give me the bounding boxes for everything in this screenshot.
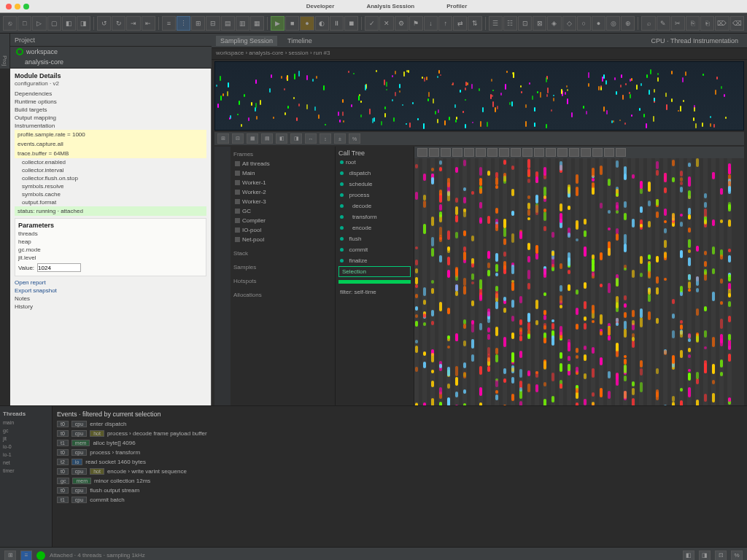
- viz-tool-10[interactable]: [534, 148, 544, 157]
- calltree-row-6[interactable]: encode: [338, 222, 411, 233]
- inspector-item-1[interactable]: Main: [233, 168, 332, 178]
- timeline-tool-7[interactable]: ↕: [320, 133, 331, 144]
- status-btn-left-1[interactable]: ≡: [20, 551, 32, 561]
- inspector-section-1[interactable]: Samples: [233, 262, 332, 272]
- tab-timeline[interactable]: Timeline: [283, 36, 317, 46]
- toolbar-btn-3-2[interactable]: ●: [300, 16, 314, 31]
- viz-tool-8[interactable]: [511, 148, 521, 157]
- close-window-icon[interactable]: [6, 4, 12, 9]
- tab-session[interactable]: Sampling Session: [216, 36, 277, 46]
- doc-entry-input[interactable]: [37, 263, 81, 272]
- calltree-row-4[interactable]: decode: [338, 201, 411, 211]
- toolbar-btn-5-3[interactable]: ⊠: [533, 16, 546, 31]
- toolbar-btn-5-2[interactable]: ⊡: [518, 16, 532, 31]
- inspector-section-3[interactable]: Allocations: [233, 290, 332, 300]
- toolbar-btn-6-6[interactable]: ⌫: [730, 16, 744, 31]
- inspector-section-0[interactable]: Stack: [233, 249, 332, 258]
- calltree-row-8[interactable]: commit: [338, 244, 411, 255]
- viz-tool-11[interactable]: [546, 148, 556, 157]
- event-row-6[interactable]: gcmemminor collection 12ms: [57, 476, 743, 486]
- status-btn-right-2[interactable]: ⊡: [715, 551, 727, 561]
- calltree-row-0[interactable]: root: [338, 157, 411, 168]
- toolbar-btn-0-2[interactable]: ▷: [32, 16, 46, 31]
- viz-tool-15[interactable]: [592, 148, 603, 157]
- toolbar-btn-0-0[interactable]: ⎋: [3, 16, 17, 31]
- viz-tool-9[interactable]: [522, 148, 533, 157]
- timeline-tool-5[interactable]: ◨: [290, 133, 302, 144]
- thread-row-3[interactable]: io-0: [3, 443, 49, 451]
- toolbar-btn-4-6[interactable]: ⇄: [453, 16, 467, 31]
- timeline-tool-0[interactable]: ⊞: [217, 133, 229, 144]
- event-row-7[interactable]: t0cpuflush output stream: [57, 486, 743, 495]
- status-btn-left-2[interactable]: [36, 551, 45, 560]
- toolbar-btn-2-2[interactable]: ⊞: [191, 16, 205, 31]
- timeline-tool-8[interactable]: ±: [334, 133, 346, 144]
- toolbar-btn-5-5[interactable]: ◇: [562, 16, 576, 31]
- viz-tool-5[interactable]: [476, 148, 486, 157]
- viz-tool-14[interactable]: [581, 148, 591, 157]
- toolbar-btn-2-4[interactable]: ▤: [221, 16, 235, 31]
- viz-tool-4[interactable]: [464, 148, 474, 157]
- viz-tool-17[interactable]: [616, 148, 626, 157]
- calltree-filter[interactable]: filter: self-time: [338, 287, 411, 298]
- toolbar-btn-4-7[interactable]: ⇅: [468, 16, 481, 31]
- event-row-3[interactable]: t0cpuprocess › transform: [57, 448, 743, 457]
- toolbar-btn-3-3[interactable]: ◐: [315, 16, 329, 31]
- toolbar-btn-4-2[interactable]: ⚙: [395, 16, 409, 31]
- toolstrip-project[interactable]: Proj: [1, 55, 8, 66]
- toolbar-btn-1-3[interactable]: ⇤: [142, 16, 155, 31]
- inspector-item-2[interactable]: Worker-1: [233, 178, 332, 187]
- viz-tool-7[interactable]: [499, 148, 509, 157]
- toolbar-btn-2-6[interactable]: ▦: [250, 16, 264, 31]
- sidebar-root[interactable]: workspace: [10, 47, 212, 57]
- toolbar-btn-6-3[interactable]: ⎘: [686, 16, 700, 31]
- toolbar-btn-4-5[interactable]: ↑: [438, 16, 452, 31]
- toolbar-btn-2-1[interactable]: ⋮: [177, 16, 190, 31]
- toolbar-btn-0-1[interactable]: □: [18, 16, 31, 31]
- toolbar-btn-5-1[interactable]: ☷: [503, 16, 517, 31]
- toolbar-btn-1-0[interactable]: ↺: [97, 16, 111, 31]
- viz-tool-0[interactable]: [417, 148, 427, 157]
- toolbar-btn-6-4[interactable]: ⎗: [700, 16, 714, 31]
- event-row-5[interactable]: t0cpuhotencode › write varint sequence: [57, 467, 743, 476]
- viz-tool-12[interactable]: [557, 148, 568, 157]
- toolbar-btn-0-5[interactable]: ◨: [77, 16, 90, 31]
- toolbar-btn-0-4[interactable]: ◧: [62, 16, 76, 31]
- calltree-row-9[interactable]: finalize: [338, 255, 411, 266]
- toolbar-btn-0-3[interactable]: ▢: [47, 16, 61, 31]
- tab-instrumentation[interactable]: CPU · Thread Instrumentation: [647, 36, 743, 46]
- toolbar-btn-1-2[interactable]: ⇥: [126, 16, 140, 31]
- calltree-row-7[interactable]: flush: [338, 233, 411, 244]
- thread-row-5[interactable]: net: [3, 459, 49, 467]
- doc-link-0[interactable]: Open report: [15, 279, 206, 287]
- viz-canvas[interactable]: [414, 158, 744, 405]
- inspector-item-8[interactable]: Net-pool: [233, 235, 332, 244]
- toolbar-btn-3-1[interactable]: ■: [285, 16, 299, 31]
- toolbar-btn-5-7[interactable]: ●: [592, 16, 605, 31]
- viz-tool-1[interactable]: [429, 148, 439, 157]
- calltree-row-5[interactable]: transform: [338, 211, 411, 222]
- thread-row-4[interactable]: io-1: [3, 451, 49, 459]
- viz-tool-16[interactable]: [604, 148, 614, 157]
- thread-row-0[interactable]: main: [3, 419, 49, 427]
- doc-link-1[interactable]: Export snapshot: [15, 287, 206, 295]
- sidebar-module[interactable]: analysis-core: [10, 57, 212, 67]
- calltree-selection-box[interactable]: Selection: [338, 266, 411, 277]
- minimize-window-icon[interactable]: [15, 4, 20, 9]
- inspector-section-2[interactable]: Hotspots: [233, 276, 332, 286]
- toolbar-btn-4-1[interactable]: ✕: [379, 16, 393, 31]
- inspector-item-6[interactable]: Compiler: [233, 216, 332, 225]
- toolbar-btn-5-4[interactable]: ◈: [547, 16, 561, 31]
- timeline-tool-4[interactable]: ◧: [276, 133, 287, 144]
- timeline-overview[interactable]: [214, 61, 744, 131]
- toolbar-btn-6-2[interactable]: ✂: [671, 16, 685, 31]
- thread-row-1[interactable]: gc: [3, 427, 49, 435]
- viz-tool-3[interactable]: [452, 148, 462, 157]
- toolbar-btn-2-0[interactable]: ≡: [162, 16, 176, 31]
- toolbar-btn-4-0[interactable]: ✓: [365, 16, 379, 31]
- timeline-tool-9[interactable]: %: [349, 133, 360, 144]
- status-btn-left-0[interactable]: ⊞: [4, 551, 16, 561]
- timeline-tool-1[interactable]: ⊟: [232, 133, 244, 144]
- toolbar-btn-6-0[interactable]: ⌕: [641, 16, 655, 31]
- inspector-item-4[interactable]: Worker-3: [233, 197, 332, 206]
